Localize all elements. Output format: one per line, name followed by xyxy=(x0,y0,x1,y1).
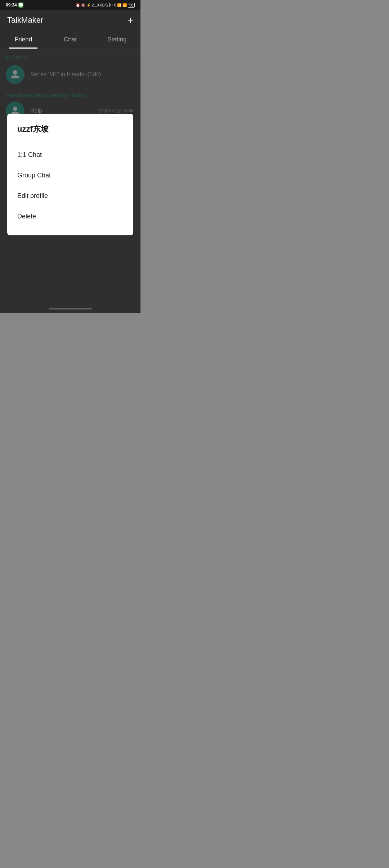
svg-marker-1 xyxy=(20,6,22,7)
delete-button[interactable]: Delete xyxy=(17,206,123,227)
main-content: My profile Set as 'ME' in friends. (Edit… xyxy=(0,49,140,313)
popup-username: uzzf东坡 xyxy=(17,124,123,135)
tab-bar: Friend Chat Setting xyxy=(0,30,140,49)
tab-chat[interactable]: Chat xyxy=(47,30,94,49)
mute-icon: 🔇 xyxy=(81,3,85,7)
signal-icon: 📶 xyxy=(122,3,127,7)
status-time: 09:34 xyxy=(6,3,17,8)
status-left: 09:34 xyxy=(6,3,23,8)
tab-friend[interactable]: Friend xyxy=(0,30,47,49)
group-chat-button[interactable]: Group Chat xyxy=(17,165,123,186)
one-to-one-chat-button[interactable]: 1:1 Chat xyxy=(17,145,123,165)
wifi-icon: 📶 xyxy=(117,3,121,7)
status-right: ⏰ 🔇 ⚡ 21.0 KB/S HD 📶 📶 98 xyxy=(76,3,135,8)
add-button[interactable]: + xyxy=(128,15,133,25)
hd-icon: HD xyxy=(109,3,116,7)
app-title: TalkMaker xyxy=(7,15,43,25)
tab-setting[interactable]: Setting xyxy=(94,30,140,49)
status-bar: 09:34 ⏰ 🔇 ⚡ 21.0 KB/S HD 📶 📶 98 xyxy=(0,0,140,10)
app-header: TalkMaker + xyxy=(0,10,140,30)
message-notification-icon xyxy=(18,3,23,8)
edit-profile-button[interactable]: Edit profile xyxy=(17,186,123,206)
bluetooth-icon: ⚡ xyxy=(86,3,91,7)
svg-rect-0 xyxy=(19,3,23,6)
battery-icon: 98 xyxy=(128,3,135,8)
context-menu-popup: uzzf东坡 1:1 Chat Group Chat Edit profile … xyxy=(7,114,133,235)
data-speed: 21.0 KB/S xyxy=(92,3,108,7)
alarm-icon: ⏰ xyxy=(76,3,80,7)
